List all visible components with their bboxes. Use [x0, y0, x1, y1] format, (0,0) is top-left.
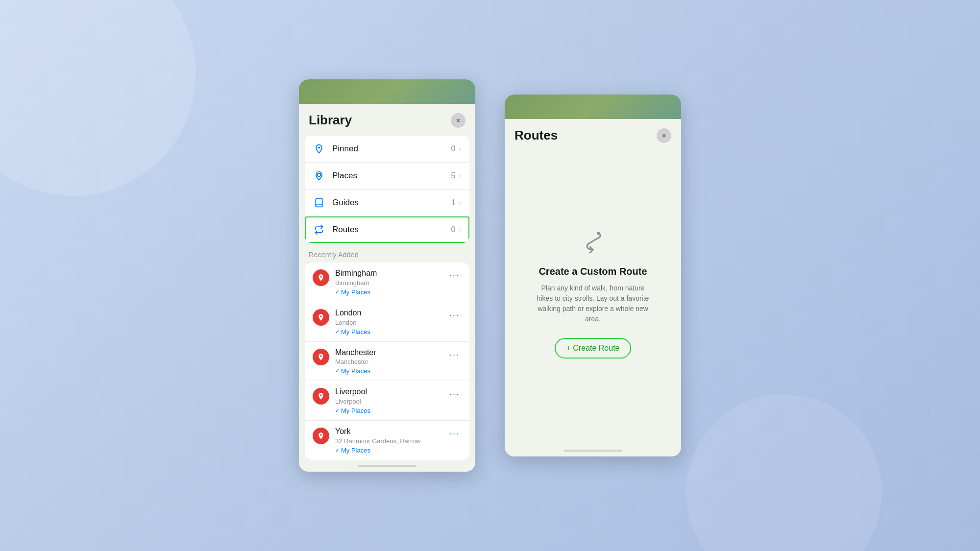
place-item-birmingham[interactable]: Birmingham Birmingham My Places ···: [305, 263, 469, 302]
chevron-routes: ›: [459, 226, 462, 234]
more-button-london[interactable]: ···: [447, 310, 462, 320]
place-subtitle-london: London: [335, 319, 447, 326]
place-item-york[interactable]: York 32 Ranmoor Gardens, Harrow My Place…: [305, 421, 469, 460]
place-info-london: London London My Places: [335, 308, 447, 335]
place-pin-london: [313, 309, 329, 326]
library-close-button[interactable]: ×: [451, 113, 466, 128]
place-pin-liverpool: [313, 388, 329, 405]
place-item-manchester[interactable]: Manchester Manchester My Places ···: [305, 342, 469, 382]
place-name-london: London: [335, 308, 447, 318]
place-tag-york: My Places: [335, 447, 447, 454]
route-empty-icon: [578, 228, 608, 257]
nav-count-routes: 0: [451, 225, 455, 234]
nav-item-places[interactable]: Places 5 ›: [305, 163, 469, 190]
svg-point-0: [318, 146, 320, 148]
place-pin-york: [313, 428, 329, 444]
nav-count-places: 5: [451, 171, 455, 180]
more-button-manchester[interactable]: ···: [447, 350, 462, 360]
routes-empty-description: Plan any kind of walk, from nature hikes…: [534, 283, 652, 324]
place-name-liverpool: Liverpool: [335, 387, 447, 397]
nav-label-places: Places: [332, 171, 451, 181]
nav-count-guides: 1: [451, 198, 455, 207]
routes-scroll-bar: [564, 450, 622, 452]
chevron-pinned: ›: [459, 145, 462, 153]
nav-label-routes: Routes: [332, 225, 451, 235]
library-header: Library ×: [299, 104, 475, 136]
library-map-header: [299, 79, 475, 104]
nav-label-pinned: Pinned: [332, 144, 451, 154]
nav-count-pinned: 0: [451, 144, 455, 153]
place-tag-liverpool: My Places: [335, 407, 447, 414]
routes-map-header: [505, 95, 681, 119]
create-route-button[interactable]: + Create Route: [555, 338, 632, 359]
place-tag-london: My Places: [335, 328, 447, 335]
routes-header: Routes ×: [505, 119, 681, 151]
guides-icon: [313, 196, 325, 209]
place-item-liverpool[interactable]: Liverpool Liverpool My Places ···: [305, 381, 469, 421]
library-nav-list: Pinned 0 › Places 5 ›: [305, 136, 469, 243]
chevron-places: ›: [459, 172, 462, 180]
place-info-liverpool: Liverpool Liverpool My Places: [335, 387, 447, 414]
place-subtitle-manchester: Manchester: [335, 358, 447, 365]
place-subtitle-birmingham: Birmingham: [335, 279, 447, 287]
place-name-manchester: Manchester: [335, 348, 447, 358]
place-tag-birmingham: My Places: [335, 288, 447, 296]
place-tag-manchester: My Places: [335, 367, 447, 375]
place-name-york: York: [335, 427, 447, 437]
routes-body: Create a Custom Route Plan any kind of w…: [505, 151, 681, 445]
pin-icon: [313, 143, 325, 155]
nav-item-pinned[interactable]: Pinned 0 ›: [305, 136, 469, 163]
routes-empty-title: Create a Custom Route: [539, 266, 647, 277]
chevron-guides: ›: [459, 199, 462, 207]
place-info-york: York 32 Ranmoor Gardens, Harrow My Place…: [335, 427, 447, 454]
svg-point-3: [597, 232, 600, 235]
places-icon: [313, 169, 325, 182]
place-info-manchester: Manchester Manchester My Places: [335, 348, 447, 375]
routes-panel: Routes × Create a Custom Route Plan any …: [505, 95, 681, 456]
library-scroll-indicator: [299, 460, 475, 472]
recently-added-header: Recently Added: [299, 243, 475, 263]
library-title: Library: [309, 113, 352, 128]
nav-label-guides: Guides: [332, 198, 451, 208]
routes-title: Routes: [514, 128, 558, 143]
routes-icon: [313, 223, 325, 236]
nav-item-routes[interactable]: Routes 0 ›: [305, 216, 469, 243]
place-info-birmingham: Birmingham Birmingham My Places: [335, 268, 447, 296]
more-button-birmingham[interactable]: ···: [447, 270, 462, 281]
place-name-birmingham: Birmingham: [335, 268, 447, 279]
place-pin-birmingham: [313, 269, 329, 286]
library-panel: Library × Pinned 0 ›: [299, 79, 475, 472]
place-item-london[interactable]: London London My Places ···: [305, 302, 469, 342]
routes-close-button[interactable]: ×: [657, 128, 671, 143]
place-pin-manchester: [313, 349, 329, 365]
more-button-york[interactable]: ···: [447, 429, 462, 439]
places-list: Birmingham Birmingham My Places ··· Lond…: [305, 263, 469, 460]
nav-item-guides[interactable]: Guides 1 ›: [305, 190, 469, 216]
routes-scroll-indicator: [505, 445, 681, 456]
svg-point-2: [318, 173, 321, 177]
scroll-bar: [358, 465, 416, 467]
more-button-liverpool[interactable]: ···: [447, 389, 462, 399]
place-subtitle-york: 32 Ranmoor Gardens, Harrow: [335, 437, 447, 445]
place-subtitle-liverpool: Liverpool: [335, 398, 447, 405]
